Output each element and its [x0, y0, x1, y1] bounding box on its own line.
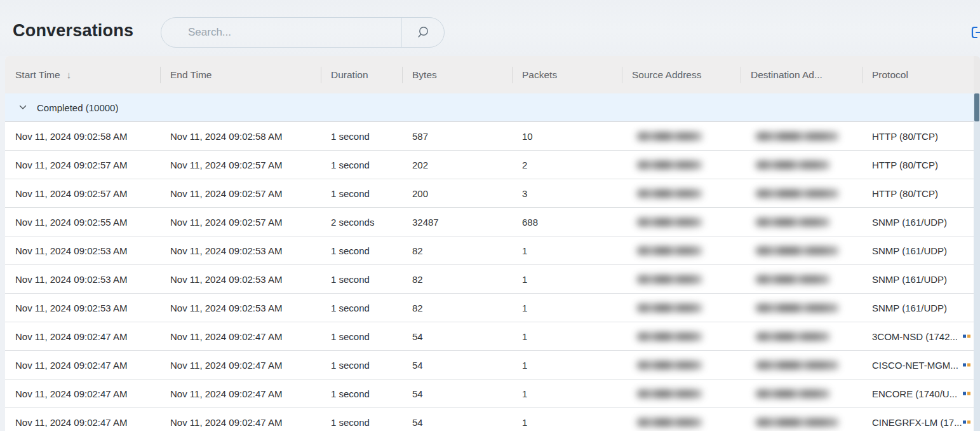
cell-source-address-redacted [622, 151, 741, 179]
table-row[interactable]: Nov 11, 2024 09:02:57 AM Nov 11, 2024 09… [5, 151, 974, 179]
table-row[interactable]: Nov 11, 2024 09:02:47 AM Nov 11, 2024 09… [5, 380, 974, 408]
blurred-text-smudge [756, 132, 838, 140]
blurred-text-smudge [637, 247, 702, 255]
cell-protocol: HTTP (80/TCP) [862, 151, 970, 179]
cell-duration: 1 second [321, 179, 402, 207]
cell-duration: 1 second [321, 380, 402, 407]
redaction-blur-patch [749, 236, 843, 264]
export-icon[interactable] [970, 25, 980, 39]
cell-end-time: Nov 11, 2024 09:02:53 AM [160, 265, 321, 293]
cell-bytes: 200 [402, 179, 512, 207]
column-header-protocol[interactable]: Protocol [862, 56, 970, 93]
blurred-text-smudge [637, 390, 702, 398]
cell-protocol: HTTP (80/TCP) [862, 179, 970, 207]
group-row-completed[interactable]: Completed (10000) [5, 93, 974, 122]
redaction-blur-patch [631, 122, 715, 150]
column-header-label: Source Address [632, 69, 701, 81]
column-header-source-address[interactable]: Source Address [622, 56, 741, 93]
column-header-duration[interactable]: Duration [321, 56, 402, 93]
column-header-destination-address[interactable]: Destination Ad... [741, 56, 862, 93]
cell-start-time: Nov 11, 2024 09:02:53 AM [5, 265, 160, 293]
chevron-down-icon[interactable] [19, 105, 27, 110]
table-row[interactable]: Nov 11, 2024 09:02:47 AM Nov 11, 2024 09… [5, 408, 974, 431]
redaction-blur-patch [631, 380, 715, 407]
blurred-text-smudge [756, 418, 838, 427]
cell-duration: 2 seconds [321, 208, 402, 236]
table-row[interactable]: Nov 11, 2024 09:02:53 AM Nov 11, 2024 09… [5, 236, 974, 265]
cell-duration: 1 second [321, 151, 402, 179]
table-row[interactable]: Nov 11, 2024 09:02:57 AM Nov 11, 2024 09… [5, 179, 974, 208]
cell-bytes: 54 [402, 408, 512, 431]
cell-duration: 1 second [321, 236, 402, 264]
cell-protocol: SNMP (161/UDP) [862, 236, 970, 264]
cell-destination-address-redacted [741, 408, 862, 431]
blurred-text-smudge [756, 275, 829, 284]
cell-protocol: ENCORE (1740/U... [862, 380, 970, 407]
column-header-end-time[interactable]: End Time [160, 56, 321, 93]
table-row[interactable]: Nov 11, 2024 09:02:58 AM Nov 11, 2024 09… [5, 122, 974, 151]
scrollbar-thumb[interactable] [974, 93, 979, 121]
cell-bytes: 82 [402, 265, 512, 293]
blurred-text-smudge [637, 275, 702, 284]
cell-source-address-redacted [622, 380, 741, 407]
column-header-label: Duration [331, 69, 368, 81]
blurred-text-smudge [637, 361, 702, 369]
table-row[interactable]: Nov 11, 2024 09:02:47 AM Nov 11, 2024 09… [5, 322, 974, 351]
cell-end-time: Nov 11, 2024 09:02:47 AM [160, 380, 321, 407]
table-row[interactable]: Nov 11, 2024 09:02:53 AM Nov 11, 2024 09… [5, 265, 974, 294]
cell-end-time: Nov 11, 2024 09:02:58 AM [160, 122, 321, 150]
search-icon [417, 26, 429, 39]
vertical-scrollbar[interactable] [974, 56, 980, 431]
scrollbar-track [974, 93, 980, 431]
clipped-icon-fragment [963, 421, 970, 424]
cell-source-address-redacted [622, 122, 741, 150]
cell-end-time: Nov 11, 2024 09:02:53 AM [160, 294, 321, 322]
column-header-label: Protocol [872, 69, 908, 81]
search-button[interactable] [402, 18, 444, 47]
blurred-text-smudge [756, 189, 838, 198]
blurred-text-smudge [637, 132, 702, 140]
column-header-label: Start Time [15, 69, 60, 81]
cell-destination-address-redacted [741, 236, 862, 264]
redaction-blur-patch [631, 208, 715, 236]
cell-end-time: Nov 11, 2024 09:02:53 AM [160, 236, 321, 264]
top-bar: Conversations [0, 0, 980, 56]
cell-packets: 1 [512, 236, 622, 264]
cell-end-time: Nov 11, 2024 09:02:47 AM [160, 351, 321, 379]
table-row[interactable]: Nov 11, 2024 09:02:47 AM Nov 11, 2024 09… [5, 351, 974, 380]
cell-source-address-redacted [622, 294, 741, 322]
cell-duration: 1 second [321, 351, 402, 379]
blurred-text-smudge [637, 332, 702, 341]
redaction-blur-patch [631, 351, 715, 379]
cell-duration: 1 second [321, 294, 402, 322]
table-row[interactable]: Nov 11, 2024 09:02:55 AM Nov 11, 2024 09… [5, 208, 974, 236]
clipped-icon-fragment [963, 392, 970, 395]
redaction-blur-patch [631, 322, 715, 350]
redaction-blur-patch [749, 294, 843, 322]
cell-start-time: Nov 11, 2024 09:02:57 AM [5, 179, 160, 207]
search-input[interactable] [161, 18, 401, 47]
table-body: Nov 11, 2024 09:02:58 AM Nov 11, 2024 09… [5, 122, 974, 431]
cell-source-address-redacted [622, 351, 741, 379]
column-header-start-time[interactable]: Start Time ↓ [5, 56, 160, 93]
cell-protocol: CINEGRFX-LM (17... [862, 408, 970, 431]
table-row[interactable]: Nov 11, 2024 09:02:53 AM Nov 11, 2024 09… [5, 294, 974, 322]
cell-bytes: 54 [402, 351, 512, 379]
column-header-bytes[interactable]: Bytes [402, 56, 512, 93]
cell-start-time: Nov 11, 2024 09:02:58 AM [5, 122, 160, 150]
redaction-blur-patch [749, 208, 843, 236]
cell-start-time: Nov 11, 2024 09:02:47 AM [5, 380, 160, 407]
redaction-blur-patch [749, 265, 843, 293]
redaction-blur-patch [749, 151, 843, 179]
cell-bytes: 32487 [402, 208, 512, 236]
cell-start-time: Nov 11, 2024 09:02:47 AM [5, 351, 160, 379]
cell-destination-address-redacted [741, 151, 862, 179]
cell-packets: 1 [512, 351, 622, 379]
cell-destination-address-redacted [741, 179, 862, 207]
cell-duration: 1 second [321, 408, 402, 431]
cell-duration: 1 second [321, 265, 402, 293]
column-header-packets[interactable]: Packets [512, 56, 622, 93]
redaction-blur-patch [749, 122, 843, 150]
search-box [161, 17, 445, 48]
clipped-icon-fragment [963, 364, 970, 367]
